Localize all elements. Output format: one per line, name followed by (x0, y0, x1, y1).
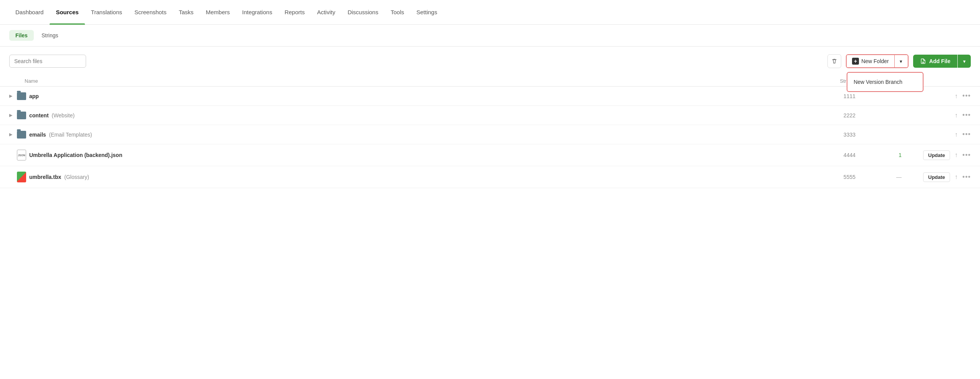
nav-item-translations[interactable]: Translations (85, 0, 128, 25)
sub-tabs: Files Strings (0, 25, 980, 47)
file-name[interactable]: emails (29, 132, 46, 138)
more-options-icon[interactable]: ••• (962, 111, 971, 119)
file-subtitle: (Website) (52, 112, 75, 119)
upload-icon[interactable]: ↑ (955, 131, 958, 138)
file-name[interactable]: Umbrella Application (backend).json (29, 152, 122, 158)
upload-icon[interactable]: ↑ (955, 174, 958, 180)
file-name[interactable]: content (29, 112, 49, 119)
upload-icon[interactable]: ↑ (955, 93, 958, 100)
more-options-icon[interactable]: ••• (962, 92, 971, 100)
nav-item-reports[interactable]: Reports (278, 0, 311, 25)
file-plus-icon (920, 58, 926, 64)
nav-item-tools[interactable]: Tools (384, 0, 410, 25)
chevron-down-icon-add: ▾ (963, 58, 966, 64)
folder-icon (17, 112, 26, 119)
table-row: ▶ emails (Email Templates) 3333 ↑ ••• (0, 125, 980, 144)
revision-dash: — (896, 174, 902, 180)
tab-strings[interactable]: Strings (35, 30, 65, 41)
plus-icon: + (852, 58, 859, 65)
table-row: ▶ JSON Umbrella Application (backend).js… (0, 144, 980, 166)
strings-count: 3333 (844, 132, 855, 138)
nav-item-settings[interactable]: Settings (410, 0, 443, 25)
upload-icon[interactable]: ↑ (955, 152, 958, 159)
col-name: Name (0, 76, 819, 87)
nav-item-screenshots[interactable]: Screenshots (128, 0, 173, 25)
delete-button[interactable] (827, 54, 841, 68)
upload-icon[interactable]: ↑ (955, 112, 958, 119)
new-version-branch-item[interactable]: New Version Branch (847, 74, 923, 90)
add-file-group: Add File ▾ (913, 55, 971, 68)
nav-item-members[interactable]: Members (199, 0, 236, 25)
new-folder-dropdown-popup: New Version Branch (847, 72, 924, 92)
strings-count: 5555 (844, 174, 855, 180)
add-file-label: Add File (929, 58, 950, 64)
new-folder-button[interactable]: + New Folder (847, 55, 894, 67)
top-nav: Dashboard Sources Translations Screensho… (0, 0, 980, 25)
chevron-right-icon[interactable]: ▶ (9, 132, 14, 137)
strings-count: 4444 (844, 152, 855, 158)
file-subtitle: (Email Templates) (49, 132, 92, 138)
add-file-dropdown-button[interactable]: ▾ (958, 55, 971, 68)
chevron-right-icon[interactable]: ▶ (9, 113, 14, 118)
nav-item-sources[interactable]: Sources (50, 0, 85, 25)
json-file-icon: JSON (17, 150, 26, 160)
strings-count: 2222 (844, 112, 855, 119)
tab-files[interactable]: Files (9, 30, 34, 41)
folder-icon (17, 131, 26, 139)
new-folder-label: New Folder (861, 58, 889, 64)
tbx-file-icon (17, 172, 26, 182)
trash-icon (831, 58, 837, 64)
update-button[interactable]: Update (923, 150, 950, 160)
file-name[interactable]: umbrella.tbx (29, 174, 61, 180)
nav-item-activity[interactable]: Activity (311, 0, 342, 25)
nav-item-discussions[interactable]: Discussions (341, 0, 384, 25)
file-name[interactable]: app (29, 93, 39, 99)
update-button[interactable]: Update (923, 172, 950, 182)
more-options-icon[interactable]: ••• (962, 151, 971, 159)
more-options-icon[interactable]: ••• (962, 130, 971, 139)
search-input[interactable] (9, 55, 86, 68)
files-table: Name Strings Revision ▶ app 1111 ↑ ••• (0, 76, 980, 188)
nav-item-integrations[interactable]: Integrations (236, 0, 278, 25)
folder-icon (17, 92, 26, 100)
toolbar: + New Folder ▾ New Version Branch Add Fi… (0, 47, 980, 76)
table-row: ▶ app 1111 ↑ ••• (0, 87, 980, 106)
chevron-down-icon: ▾ (900, 58, 902, 64)
table-row: ▶ umbrella.tbx (Glossary) 5555 — Update … (0, 166, 980, 188)
more-options-icon[interactable]: ••• (962, 173, 971, 181)
file-subtitle: (Glossary) (64, 174, 89, 180)
new-folder-group: + New Folder ▾ New Version Branch (846, 54, 909, 68)
chevron-right-icon[interactable]: ▶ (9, 93, 14, 99)
nav-item-dashboard[interactable]: Dashboard (9, 0, 50, 25)
strings-count: 1111 (844, 93, 855, 99)
table-row: ▶ content (Website) 2222 ↑ ••• (0, 106, 980, 125)
new-folder-dropdown-button[interactable]: ▾ (895, 55, 908, 67)
nav-item-tasks[interactable]: Tasks (173, 0, 199, 25)
add-file-button[interactable]: Add File (913, 55, 957, 68)
revision-count: 1 (899, 152, 902, 158)
